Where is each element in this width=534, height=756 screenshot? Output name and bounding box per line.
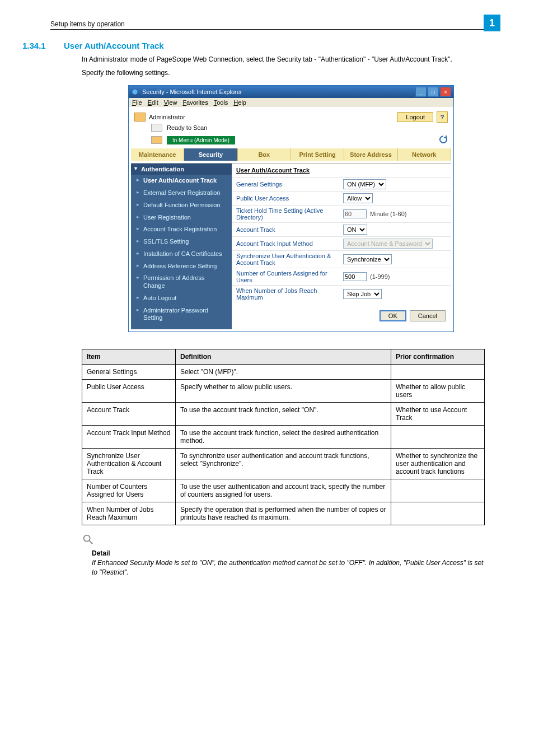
cell-def: Specify whether to allow public users. xyxy=(176,380,391,403)
select-synchronize[interactable]: Synchronize xyxy=(343,254,392,264)
cell-prior: Whether to synchronize the user authenti… xyxy=(391,449,485,479)
sidebar-item-ca-certs[interactable]: Installation of CA Certificates xyxy=(131,248,232,260)
label-synchronize: Synchronize User Authentication & Accoun… xyxy=(236,253,340,266)
main-pane: User Auth/Account Track General Settings… xyxy=(232,164,451,329)
cell-item: Number of Counters Assigned for Users xyxy=(82,479,176,502)
window-title: Security - Microsoft Internet Explorer xyxy=(142,88,242,95)
sidebar-item-ssl-tls[interactable]: SSL/TLS Setting xyxy=(131,236,232,248)
table-row: Account Track Input Method To use the ac… xyxy=(82,426,485,449)
minimize-button[interactable]: _ xyxy=(415,87,427,97)
cell-def: Select "ON (MFP)". xyxy=(176,365,391,380)
table-row: Number of Counters Assigned for Users To… xyxy=(82,479,485,502)
sidebar-item-address-perm[interactable]: Permission of Address Change xyxy=(131,272,232,292)
tab-strip: Maintenance Security Box Print Setting S… xyxy=(131,148,451,161)
label-account-track: Account Track xyxy=(236,226,340,233)
cell-def: To use the account track function, selec… xyxy=(176,403,391,426)
close-button[interactable]: × xyxy=(440,87,451,97)
pane-title: User Auth/Account Track xyxy=(232,164,451,177)
tab-maintenance[interactable]: Maintenance xyxy=(131,148,184,161)
cell-item: Account Track xyxy=(82,403,176,426)
help-button[interactable]: ? xyxy=(437,111,448,123)
browser-window: Security - Microsoft Internet Explorer _… xyxy=(128,85,454,332)
sidebar-item-account-track-reg[interactable]: Account Track Registration xyxy=(131,223,232,236)
menu-icon xyxy=(151,136,162,144)
cell-prior xyxy=(391,502,485,525)
cell-def: To use the account track function, selec… xyxy=(176,426,391,449)
sidebar-item-default-function[interactable]: Default Function Permission xyxy=(131,199,232,212)
menu-file[interactable]: File xyxy=(132,99,142,106)
magnifier-icon xyxy=(82,533,500,547)
menu-favorites[interactable]: Favorites xyxy=(182,99,208,106)
label-ticket-hold: Ticket Hold Time Setting (Active Directo… xyxy=(236,207,340,221)
cell-def: To use the user authentication and accou… xyxy=(176,479,391,502)
cell-prior: Whether to allow public users xyxy=(391,380,485,403)
tab-box[interactable]: Box xyxy=(238,148,291,161)
cell-prior: Whether to use Account Track xyxy=(391,403,485,426)
cell-prior xyxy=(391,365,485,380)
tab-security[interactable]: Security xyxy=(184,148,237,161)
side-nav: Authentication User Auth/Account Track E… xyxy=(131,164,232,329)
refresh-icon[interactable] xyxy=(439,135,448,145)
sidebar-item-user-auth[interactable]: User Auth/Account Track xyxy=(131,175,232,187)
select-general-settings[interactable]: ON (MFP) xyxy=(343,179,386,189)
label-counters: Number of Counters Assigned for Users xyxy=(236,270,340,283)
maximize-button[interactable]: □ xyxy=(428,87,439,97)
ready-status: Ready to Scan xyxy=(167,124,207,131)
cell-item: Synchronize User Authentication & Accoun… xyxy=(82,449,176,479)
admin-label: Administrator xyxy=(149,114,185,120)
select-input-method: Account Name & Password xyxy=(343,239,433,249)
label-reach-max: When Number of Jobs Reach Maximum xyxy=(236,287,340,301)
select-reach-max[interactable]: Skip Job xyxy=(343,289,382,299)
ok-button[interactable]: OK xyxy=(380,310,406,321)
menu-help[interactable]: Help xyxy=(233,99,246,106)
tab-store-address[interactable]: Store Address xyxy=(344,148,397,161)
table-row: When Number of Jobs Reach Maximum Specif… xyxy=(82,502,485,525)
table-row: Public User Access Specify whether to al… xyxy=(82,380,485,403)
input-ticket-hold xyxy=(343,209,367,218)
menu-view[interactable]: View xyxy=(164,99,177,106)
input-counters[interactable] xyxy=(343,272,367,281)
sidebar-item-address-ref[interactable]: Address Reference Setting xyxy=(131,260,232,273)
scanner-icon xyxy=(151,124,162,132)
cell-item: Public User Access xyxy=(82,380,176,403)
cell-def: To synchronize user authentication and a… xyxy=(176,449,391,479)
label-general-settings: General Settings xyxy=(236,181,340,188)
intro-paragraph-1: In Administrator mode of PageScope Web C… xyxy=(82,55,500,64)
th-definition: Definition xyxy=(176,349,391,365)
cell-item: Account Track Input Method xyxy=(82,426,176,449)
svg-point-0 xyxy=(132,89,138,95)
intro-paragraph-2: Specify the following settings. xyxy=(82,68,500,77)
tab-print-setting[interactable]: Print Setting xyxy=(291,148,344,161)
th-item: Item xyxy=(82,349,176,365)
cell-def: Specify the operation that is performed … xyxy=(176,502,391,525)
side-heading-authentication[interactable]: Authentication xyxy=(131,164,232,175)
table-row: General Settings Select "ON (MFP)". xyxy=(82,365,485,380)
select-public-access[interactable]: Allow xyxy=(343,193,373,203)
sidebar-item-external-server[interactable]: External Server Registration xyxy=(131,187,232,199)
select-account-track[interactable]: ON xyxy=(343,225,367,235)
sidebar-item-admin-password[interactable]: Administrator Password Setting xyxy=(131,305,232,325)
sidebar-item-auto-logout[interactable]: Auto Logout xyxy=(131,292,232,305)
label-public-access: Public User Access xyxy=(236,195,340,202)
menu-tools[interactable]: Tools xyxy=(214,99,228,106)
menu-bar: File Edit View Favorites Tools Help xyxy=(129,98,453,107)
cancel-button[interactable]: Cancel xyxy=(410,310,446,321)
table-row: Account Track To use the account track f… xyxy=(82,403,485,426)
menu-edit[interactable]: Edit xyxy=(148,99,158,106)
sidebar-item-user-registration[interactable]: User Registration xyxy=(131,212,232,224)
tab-network[interactable]: Network xyxy=(398,148,451,161)
unit-ticket-hold: Minute (1-60) xyxy=(370,211,406,217)
label-input-method: Account Track Input Method xyxy=(236,240,340,247)
section-title: User Auth/Account Track xyxy=(64,41,164,50)
definition-table: Item Definition Prior confirmation Gener… xyxy=(82,349,485,525)
ie-icon xyxy=(131,88,139,96)
cell-prior xyxy=(391,426,485,449)
detail-body: If Enhanced Security Mode is set to "ON"… xyxy=(92,558,484,576)
cell-item: When Number of Jobs Reach Maximum xyxy=(82,502,176,525)
cell-prior xyxy=(391,479,485,502)
th-prior: Prior confirmation xyxy=(391,349,485,365)
svg-point-1 xyxy=(84,535,90,542)
detail-heading: Detail xyxy=(92,549,500,557)
logout-button[interactable]: Logout xyxy=(397,112,433,122)
section-number: 1.34.1 xyxy=(22,41,50,50)
